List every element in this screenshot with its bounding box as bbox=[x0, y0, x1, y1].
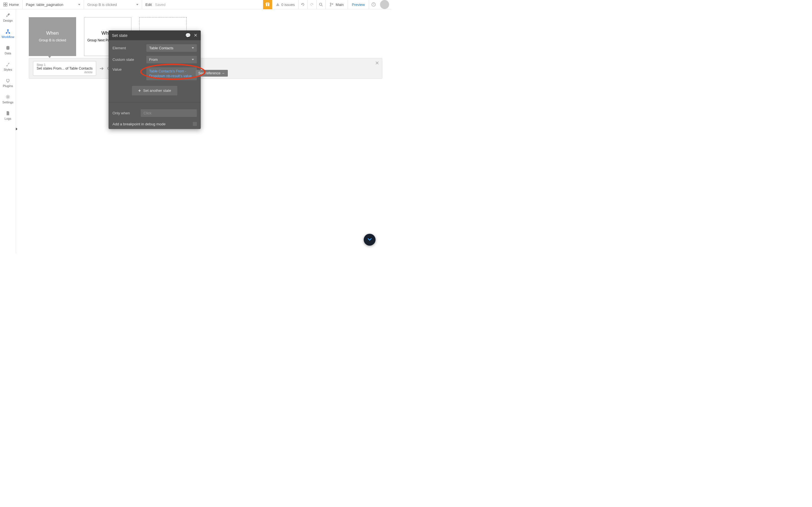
value-expression[interactable]: Table Contacts's From - Dropdown nb-resu… bbox=[146, 67, 197, 80]
branch-button[interactable]: Main bbox=[325, 0, 348, 9]
only-when-placeholder: Click bbox=[144, 111, 151, 115]
step-number: Step 1 bbox=[37, 63, 93, 66]
sidebar-item-design[interactable]: Design bbox=[0, 9, 16, 25]
saved-label: Saved bbox=[155, 3, 165, 7]
sidebar-item-plugins[interactable]: Plugins bbox=[0, 75, 16, 91]
caret-down-icon bbox=[136, 4, 139, 5]
sidebar-item-settings[interactable]: Settings bbox=[0, 91, 16, 107]
event-desc: Group B is clicked bbox=[39, 38, 66, 43]
redo-button[interactable] bbox=[307, 0, 316, 9]
svg-rect-1 bbox=[6, 3, 7, 4]
caret-down-icon bbox=[78, 4, 80, 5]
database-icon bbox=[5, 45, 10, 50]
warning-icon bbox=[276, 3, 280, 6]
events-row: When Group B is clicked When Group Next … bbox=[20, 9, 391, 56]
brush-icon bbox=[5, 62, 10, 67]
left-sidebar: Design Workflow Data Styles Plugins Sett… bbox=[0, 9, 16, 253]
undo-icon bbox=[301, 2, 305, 7]
home-button[interactable]: Home bbox=[0, 0, 22, 9]
gift-icon bbox=[265, 2, 270, 7]
event-dropdown[interactable]: Group B is clicked bbox=[84, 0, 142, 9]
event-when-label: When bbox=[46, 31, 59, 36]
sidebar-item-logs[interactable]: Logs bbox=[0, 107, 16, 124]
close-icon[interactable]: ✕ bbox=[194, 33, 197, 38]
value-label: Value bbox=[112, 67, 144, 71]
element-value: Table Contacts bbox=[149, 46, 173, 50]
step-delete[interactable]: delete bbox=[37, 70, 93, 74]
sidebar-item-label: Settings bbox=[2, 101, 13, 104]
custom-state-select[interactable]: From bbox=[146, 56, 197, 63]
sidebar-item-styles[interactable]: Styles bbox=[0, 58, 16, 75]
page-dropdown-label: Page: table_pagination bbox=[26, 3, 63, 7]
page-dropdown[interactable]: Page: table_pagination bbox=[22, 0, 84, 9]
sidebar-item-label: Workflow bbox=[1, 35, 14, 39]
caret-down-icon bbox=[192, 47, 194, 49]
custom-state-label: Custom state bbox=[112, 57, 144, 62]
svg-rect-2 bbox=[4, 5, 5, 6]
top-bar: Home Page: table_pagination Group B is c… bbox=[0, 0, 391, 9]
gift-button[interactable] bbox=[263, 0, 272, 9]
undo-button[interactable] bbox=[298, 0, 307, 9]
gear-icon bbox=[5, 94, 10, 100]
help-chat-button[interactable] bbox=[364, 234, 375, 245]
event-card-group-b[interactable]: When Group B is clicked bbox=[29, 17, 76, 56]
issues-label: 0 issues bbox=[282, 3, 295, 7]
svg-rect-18 bbox=[9, 33, 10, 34]
breakpoint-label: Add a breakpoint in debug mode bbox=[112, 122, 165, 126]
svg-line-10 bbox=[321, 5, 322, 6]
breakpoint-checkbox[interactable] bbox=[193, 122, 197, 126]
only-when-input[interactable]: Click bbox=[141, 109, 197, 117]
sidebar-item-label: Plugins bbox=[3, 84, 13, 88]
step-text: Set states From... of Table Contacts bbox=[37, 66, 93, 70]
svg-rect-3 bbox=[6, 5, 7, 6]
workflow-canvas: When Group B is clicked When Group Next … bbox=[20, 9, 391, 253]
event-dropdown-label: Group B is clicked bbox=[87, 3, 117, 7]
event-arrow-icon bbox=[48, 56, 51, 58]
svg-point-7 bbox=[266, 3, 267, 4]
file-icon bbox=[5, 111, 10, 116]
svg-rect-16 bbox=[7, 30, 8, 31]
search-icon bbox=[319, 3, 323, 7]
plug-icon bbox=[5, 78, 10, 83]
set-another-state-button[interactable]: + Set another state bbox=[132, 86, 177, 96]
see-reference-button[interactable]: See reference → bbox=[196, 70, 228, 76]
preview-button[interactable]: Preview bbox=[348, 0, 369, 9]
branch-icon bbox=[329, 3, 334, 6]
sidebar-item-label: Data bbox=[4, 52, 11, 55]
issues-button[interactable]: 0 issues bbox=[272, 0, 298, 9]
home-label: Home bbox=[9, 3, 19, 7]
svg-point-9 bbox=[319, 3, 321, 5]
sidebar-item-workflow[interactable]: Workflow bbox=[0, 25, 16, 42]
svg-point-8 bbox=[268, 3, 269, 4]
panel-header[interactable]: Set state 💬 ✕ bbox=[109, 31, 201, 40]
redo-icon bbox=[310, 2, 314, 7]
preview-label: Preview bbox=[352, 3, 365, 7]
panel-title: Set state bbox=[112, 33, 128, 38]
only-when-label: Only when bbox=[112, 111, 138, 115]
sidebar-item-label: Design bbox=[3, 19, 13, 22]
branch-label: Main bbox=[336, 3, 344, 7]
steps-close-button[interactable]: ✕ bbox=[375, 60, 379, 66]
set-another-label: Set another state bbox=[143, 89, 171, 93]
search-button[interactable] bbox=[316, 0, 325, 9]
sidebar-item-data[interactable]: Data bbox=[0, 42, 16, 58]
arrow-right-icon: ➔ bbox=[100, 65, 104, 71]
user-avatar[interactable] bbox=[380, 0, 389, 9]
property-panel: Set state 💬 ✕ Element Table Contacts Cus… bbox=[109, 31, 201, 129]
step-card-1[interactable]: Step 1 Set states From... of Table Conta… bbox=[33, 61, 96, 76]
plus-icon: + bbox=[138, 88, 141, 93]
element-select[interactable]: Table Contacts bbox=[146, 44, 197, 52]
sidebar-collapse-toggle[interactable] bbox=[16, 128, 17, 130]
svg-rect-0 bbox=[4, 3, 5, 4]
svg-rect-6 bbox=[267, 3, 268, 6]
svg-rect-17 bbox=[6, 33, 7, 34]
svg-point-20 bbox=[7, 96, 8, 98]
chat-icon bbox=[366, 237, 373, 243]
sidebar-item-label: Logs bbox=[4, 117, 11, 120]
help-button[interactable]: ? bbox=[369, 0, 378, 9]
grid-icon bbox=[3, 3, 7, 6]
sidebar-item-label: Styles bbox=[4, 68, 12, 71]
comment-icon[interactable]: 💬 bbox=[185, 33, 191, 38]
caret-down-icon bbox=[192, 59, 194, 60]
element-label: Element bbox=[112, 46, 144, 50]
